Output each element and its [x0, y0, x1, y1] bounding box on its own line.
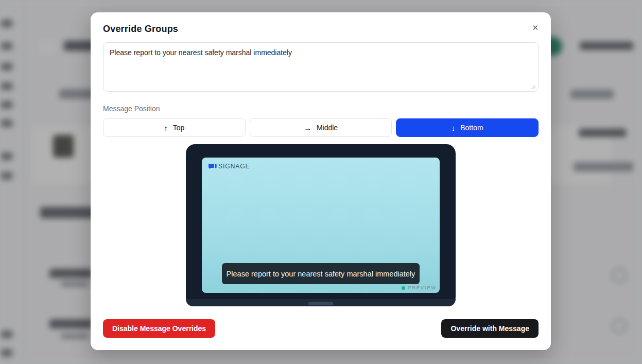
preview-status-badge: PREVIEW [402, 285, 437, 290]
tv-stand [308, 302, 333, 305]
preview-badge-text: PREVIEW [408, 285, 437, 290]
position-button-label: Middle [317, 124, 338, 132]
close-icon: ✕ [532, 23, 539, 32]
position-button-label: Bottom [460, 124, 483, 132]
modal-footer: Disable Message Overrides Override with … [103, 319, 539, 338]
disable-message-overrides-button[interactable]: Disable Message Overrides [103, 319, 215, 338]
override-groups-modal: Override Groups ✕ Please report to your … [91, 12, 551, 350]
override-with-message-button[interactable]: Override with Message [441, 319, 539, 338]
message-field-wrapper: Please report to your nearest safety mar… [103, 42, 539, 94]
pisignage-logo-icon [208, 163, 217, 169]
preview-message-bar: Please report to your nearest safety mar… [222, 263, 420, 284]
status-dot-icon [402, 286, 405, 290]
tv-preview-screen: SIGNAGE Please report to your nearest sa… [202, 158, 440, 293]
modal-header: Override Groups ✕ [103, 24, 539, 34]
preview-message-text: Please report to your nearest safety mar… [227, 270, 415, 278]
arrow-right-icon: → [304, 124, 311, 132]
message-position-label: Message Position [103, 105, 539, 113]
close-button[interactable]: ✕ [530, 23, 541, 32]
pisignage-brand: SIGNAGE [208, 163, 250, 170]
arrow-down-icon: ↓ [452, 124, 456, 132]
message-position-group: ↑ Top → Middle ↓ Bottom [103, 118, 539, 137]
tv-preview-frame: SIGNAGE Please report to your nearest sa… [186, 144, 456, 306]
position-button-middle[interactable]: → Middle [250, 118, 392, 137]
position-button-bottom[interactable]: ↓ Bottom [396, 118, 539, 137]
modal-title: Override Groups [103, 24, 178, 34]
override-message-textarea[interactable]: Please report to your nearest safety mar… [103, 42, 539, 92]
arrow-up-icon: ↑ [164, 124, 168, 132]
brand-text: SIGNAGE [218, 163, 250, 170]
position-button-label: Top [173, 124, 185, 132]
textarea-resize-handle-icon[interactable] [531, 84, 536, 90]
position-button-top[interactable]: ↑ Top [103, 118, 246, 137]
preview-area: SIGNAGE Please report to your nearest sa… [103, 144, 539, 306]
